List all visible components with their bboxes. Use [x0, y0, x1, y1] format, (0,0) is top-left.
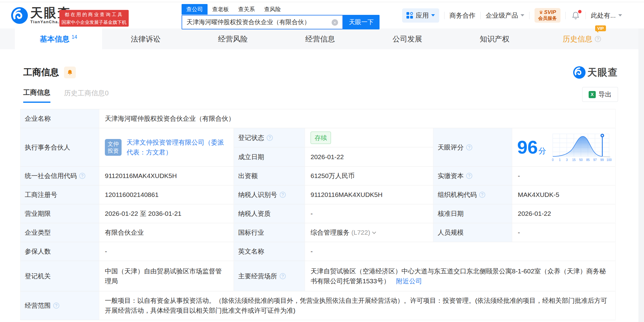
section-title: 工商信息 [23, 66, 59, 79]
field-company-name-label: 企业名称 [20, 109, 99, 128]
divider [586, 12, 586, 19]
apps-grid-icon [406, 12, 413, 19]
score-distribution-chart: 0131550859799100 [549, 131, 612, 163]
svg-text:99: 99 [600, 158, 604, 161]
field-business-address-value: 天津自贸试验区（空港经济区）中心大道与东五道交口东北侧颐景公寓8-1-602室（… [305, 261, 616, 291]
field-contribution-value: 61250万人民币 [305, 167, 433, 185]
chevron-down-icon [618, 14, 622, 16]
field-credit-code-label: 统一社会信用代码 ? [20, 167, 99, 185]
search-input[interactable] [182, 15, 324, 29]
field-establish-date-label: 成立日期 [234, 147, 305, 167]
field-contribution-label: 出资额 [234, 167, 305, 185]
field-executive-partner-label: 执行事务合伙人 [20, 128, 99, 167]
search-tab-risk[interactable]: 查风险 [260, 4, 286, 15]
tianyancha-logo-icon [11, 7, 28, 24]
help-icon[interactable]: ? [595, 36, 601, 42]
search-tab-company[interactable]: 查公司 [182, 4, 208, 15]
vip-badge: VIP [595, 25, 606, 31]
search-area: 查公司 查老板 查关系 查风险 × 天眼一下 [182, 3, 380, 29]
svg-text:3: 3 [566, 158, 568, 161]
tab-history-info[interactable]: VIP 历史信息 ? [538, 28, 625, 49]
business-info-card: 工商信息 天眼查 工商信息 历史工商信息0 X 导出 [0, 49, 644, 320]
subtab-business-info[interactable]: 工商信息 [23, 88, 50, 103]
clear-search-icon[interactable]: × [332, 19, 338, 26]
tab-label: 经营风险 [218, 34, 248, 44]
field-organization-code-label: 组织机构代码 ? [433, 185, 512, 204]
field-business-term-label: 营业期限 [20, 204, 99, 223]
search-tab-boss[interactable]: 查老板 [208, 4, 234, 15]
field-registration-number-label: 工商注册号 [20, 185, 99, 204]
chevron-down-icon[interactable] [372, 230, 376, 234]
help-icon[interactable]: ? [267, 135, 273, 141]
notifications-bell-icon[interactable] [571, 11, 580, 20]
search-tab-relation[interactable]: 查关系 [234, 4, 260, 15]
help-icon[interactable]: ? [280, 192, 286, 198]
apps-label: 应用 [416, 11, 429, 20]
enterprise-products-label: 企业级产品 [486, 11, 518, 20]
tab-company-development[interactable]: 公司发展 [364, 28, 451, 49]
tab-label: 公司发展 [393, 34, 422, 44]
search-tabs: 查公司 查老板 查关系 查风险 [182, 3, 380, 15]
menu-more[interactable]: 此处有... [591, 11, 622, 20]
field-registration-status-value: 存续 [305, 128, 433, 147]
tab-basic-info-label: 基本信息 [40, 34, 70, 44]
subtab-history-count: 0 [105, 89, 109, 97]
tianyancha-watermark-icon [573, 66, 586, 79]
main-nav-tabs: 基本信息 14 法律诉讼 经营风险 经营信息 公司发展 知识产权 VIP 历史信… [0, 28, 644, 49]
help-icon[interactable]: ? [466, 144, 472, 150]
tab-operating-info[interactable]: 经营信息 [277, 28, 364, 49]
subtab-history-business-info[interactable]: 历史工商信息0 [64, 89, 109, 102]
more-label: 此处有... [591, 11, 616, 20]
svg-text:1: 1 [559, 158, 561, 161]
field-paid-in-capital-value: - [512, 167, 616, 185]
excel-icon: X [589, 91, 596, 98]
help-icon[interactable]: ? [466, 173, 472, 179]
divider [565, 12, 566, 19]
partner-company-logo: 文仲 投资 [105, 139, 122, 156]
field-approval-date-label: 核准日期 [433, 204, 512, 223]
apps-menu[interactable]: 应用 [402, 8, 439, 23]
svip-service-label: 会员服务 [538, 15, 557, 21]
field-registration-authority-value: 中国（天津）自由贸易试验区市场监督管理局 [99, 261, 234, 291]
help-icon[interactable]: ? [280, 273, 286, 279]
field-business-term-value: 2026-01-22 至 2036-01-21 [99, 204, 234, 223]
scrollbar-gutter[interactable] [638, 28, 644, 322]
field-business-scope-label: 经营范围 ? [20, 291, 99, 320]
svg-text:97: 97 [593, 158, 597, 161]
help-icon[interactable]: ? [79, 173, 85, 179]
field-approval-date-value: 2026-01-22 [512, 204, 616, 223]
field-registration-authority-label: 登记机关 [20, 261, 99, 291]
page: 天眼查 TianYanCha.com 都在用的商业查询工具 国家中小企业发展子基… [0, 0, 644, 322]
field-staff-size-label: 人员规模 [433, 223, 512, 242]
subtabs-row: 工商信息 历史工商信息0 X 导出 [0, 79, 644, 104]
subscribe-bell-icon[interactable] [64, 67, 76, 78]
svg-text:15: 15 [572, 158, 576, 161]
svip-member-badge[interactable]: ♛ SVIP 会员服务 [535, 8, 560, 23]
tab-basic-info[interactable]: 基本信息 14 [15, 28, 102, 49]
help-icon[interactable]: ? [479, 192, 485, 198]
field-industry-value: 综合管理服务 (L722) [305, 223, 433, 242]
svg-text:50: 50 [579, 158, 583, 161]
tab-legal-proceedings[interactable]: 法律诉讼 [102, 28, 189, 49]
nearby-companies-link[interactable]: 附近公司 [396, 277, 422, 285]
partner-company-link[interactable]: 天津文仲投资管理有限公司（委派代表：方文君） [127, 137, 228, 157]
section-header: 工商信息 天眼查 [0, 49, 644, 79]
menu-business-cooperation[interactable]: 商务合作 [449, 11, 475, 20]
field-organization-code-value: MAK4XUDK-5 [512, 185, 616, 204]
menu-enterprise-products[interactable]: 企业级产品 [486, 11, 524, 20]
crown-icon: ♛ [539, 10, 543, 15]
tab-history-info-label: 历史信息 [563, 34, 592, 44]
search-button[interactable]: 天眼一下 [343, 15, 380, 29]
export-button[interactable]: X 导出 [582, 87, 618, 102]
field-business-address-label: 主要经营场所 ? [234, 261, 305, 291]
watermark-logo: 天眼查 [573, 66, 618, 79]
tab-operating-risk[interactable]: 经营风险 [189, 28, 277, 49]
tab-intellectual-property[interactable]: 知识产权 [451, 28, 538, 49]
brand-slogan-badge: 都在用的商业查询工具 国家中小企业发展子基金旗下机构 [59, 10, 129, 27]
help-icon[interactable]: ? [53, 302, 59, 309]
field-english-name-label: 英文名称 [234, 242, 305, 261]
field-industry-label: 国标行业 [234, 223, 305, 242]
field-tianyan-score-value[interactable]: 96分 [512, 128, 616, 167]
field-taxpayer-id-label: 纳税人识别号 ? [234, 185, 305, 204]
field-insured-count-label: 参保人数 [20, 242, 99, 261]
